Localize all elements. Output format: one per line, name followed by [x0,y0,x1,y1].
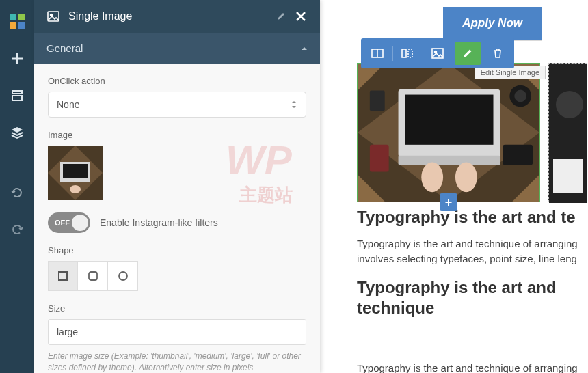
delete-button[interactable] [485,42,511,65]
layers-icon[interactable] [9,124,25,141]
panel-body: OnClick action None Image OFF Enable Ins… [34,64,320,373]
svg-rect-24 [408,49,412,57]
svg-rect-39 [405,95,493,145]
heading-1: Typography is the art and te [357,208,588,227]
svg-rect-43 [503,145,533,165]
onclick-label: OnClick action [48,76,306,86]
shape-row [48,261,306,291]
filters-label: Enable Instagram-like filters [100,217,218,228]
shape-square-outline[interactable] [78,261,108,291]
redo-icon[interactable] [9,221,25,238]
panel-header: Single Image [34,0,320,33]
image-icon [46,10,60,23]
adjacent-image-element[interactable] [548,63,587,202]
svg-rect-3 [18,22,25,29]
caret-icon [291,100,297,109]
svg-rect-7 [12,96,22,100]
app-logo [8,12,26,30]
paragraph-1b: involves selecting typefaces, point size… [357,251,588,266]
svg-rect-0 [10,14,16,20]
svg-point-41 [421,163,443,193]
svg-rect-2 [10,22,16,29]
close-icon[interactable] [294,10,308,23]
svg-rect-8 [48,12,59,21]
svg-rect-23 [402,49,406,57]
svg-rect-6 [12,91,22,94]
chevron-up-icon [301,45,308,52]
panel-title: Single Image [68,10,268,23]
svg-rect-16 [63,164,88,178]
selected-image-element[interactable]: + [357,63,540,202]
svg-rect-5 [12,58,23,60]
svg-point-42 [455,163,477,193]
svg-point-49 [556,91,583,118]
svg-rect-25 [432,49,443,58]
apply-button[interactable]: Apply Now [443,7,542,40]
svg-rect-18 [59,272,67,280]
size-input[interactable] [48,319,306,345]
shape-circle[interactable] [108,261,138,291]
image-thumbnail[interactable] [48,146,103,200]
size-help: Enter image size (Example: 'thumbnail', … [48,350,306,373]
paragraph-2: Typography is the art and technique of a… [357,361,588,373]
element-toolbar [361,38,514,68]
undo-icon[interactable] [9,184,25,201]
svg-point-20 [119,272,127,280]
onclick-select[interactable]: None [48,92,306,118]
left-rail [0,0,34,373]
row-icon[interactable] [364,42,390,65]
paragraph-1a: Typography is the art and technique of a… [357,236,588,251]
section-label: General [46,42,83,54]
heading-2: Typography is the art and technique [357,277,581,318]
svg-rect-47 [370,91,385,111]
size-label: Size [48,303,306,314]
add-element-button[interactable]: + [440,193,457,211]
toggle-off-label: OFF [55,219,70,227]
rename-icon[interactable] [276,12,286,21]
svg-point-45 [514,90,526,102]
add-element-icon[interactable] [9,51,25,67]
svg-point-17 [70,185,81,193]
edit-button[interactable] [455,42,481,65]
editor-panel: Single Image General OnClick action None… [34,0,320,373]
templates-icon[interactable] [9,87,25,104]
image-label: Image [48,130,306,140]
onclick-value: None [57,99,79,110]
svg-rect-50 [553,159,583,193]
svg-rect-19 [89,272,97,280]
toggle-knob [72,215,88,231]
column-icon[interactable] [395,42,420,65]
element-image-icon[interactable] [425,42,451,65]
filters-toggle[interactable]: OFF [48,212,90,233]
svg-rect-1 [18,14,25,20]
section-general[interactable]: General [34,33,320,64]
svg-rect-40 [399,156,500,165]
svg-rect-46 [370,145,389,172]
shape-label: Shape [48,245,306,255]
shape-square-filled[interactable] [48,261,78,291]
filters-row: OFF Enable Instagram-like filters [48,212,306,233]
